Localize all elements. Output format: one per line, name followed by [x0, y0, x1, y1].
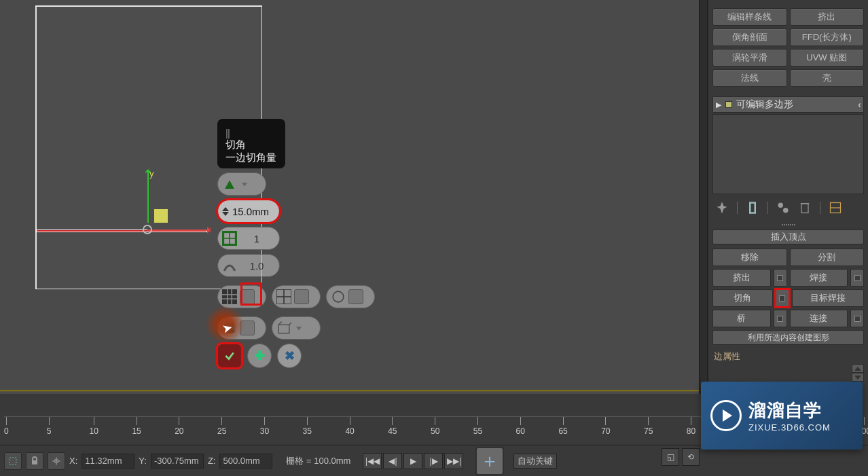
time-tick: 45	[388, 417, 397, 436]
watermark-text-cn: 溜溜自学	[748, 399, 831, 422]
option-seg-3[interactable]	[326, 285, 375, 308]
option-seg-5[interactable]	[272, 316, 321, 340]
remove-button[interactable]: 移除	[712, 249, 787, 266]
chamfer-settings-button[interactable]	[776, 289, 789, 307]
time-tick: 15	[132, 417, 141, 436]
modifier-quick-button[interactable]: 法线	[712, 69, 787, 87]
viewport-nav-icon[interactable]: ⟲	[682, 448, 700, 466]
svg-point-21	[783, 208, 789, 213]
modifier-quick-button[interactable]: 壳	[790, 69, 865, 87]
chamfer-button[interactable]: 切角	[712, 289, 773, 307]
svg-point-15	[224, 329, 235, 333]
modifier-quick-button[interactable]: FFD(长方体)	[790, 29, 865, 46]
set-key-button[interactable]: ＋	[475, 447, 504, 475]
extrude-button[interactable]: 挤出	[712, 269, 771, 287]
expand-caret-icon[interactable]: ▶	[716, 100, 721, 109]
watermark-play-icon	[710, 400, 742, 431]
x-label: X:	[69, 456, 77, 466]
play-button[interactable]: ▶	[403, 453, 422, 469]
weld-settings-button[interactable]	[850, 269, 864, 287]
modifier-stack-item[interactable]: ▶ 可编辑多边形 ‹	[712, 96, 864, 113]
z-label: Z:	[208, 456, 216, 466]
weld-button[interactable]: 焊接	[790, 269, 848, 287]
seg-off-icon	[240, 289, 255, 304]
time-tick: 75	[644, 417, 653, 436]
viewport-scrollbar[interactable]	[700, 0, 708, 394]
option-seg-2[interactable]	[272, 285, 321, 308]
time-tick: 20	[175, 417, 183, 436]
lock-icon[interactable]	[26, 452, 43, 470]
remove-modifier-icon[interactable]	[798, 201, 812, 215]
bridge-button[interactable]: 桥	[712, 310, 771, 327]
goto-start-button[interactable]: |◀◀	[363, 453, 382, 469]
modifier-quick-button[interactable]: 倒角剖面	[712, 29, 787, 46]
time-tick: 65	[558, 417, 567, 436]
prev-frame-button[interactable]: ◀|	[383, 453, 402, 469]
chamfer-amount-spinner[interactable]	[217, 200, 280, 223]
chamfer-segments-spinner[interactable]: 1	[217, 227, 280, 250]
grid-readout: 栅格 = 100.0mm	[286, 455, 350, 467]
apply-ok-button[interactable]	[217, 344, 242, 368]
svg-marker-0	[225, 181, 234, 189]
extrude-settings-button[interactable]	[774, 269, 787, 287]
split-button[interactable]: 分割	[790, 249, 865, 266]
grid2-icon	[276, 289, 291, 304]
axis-x[interactable]	[147, 230, 210, 231]
spinner-up-icon[interactable]	[222, 207, 229, 211]
time-tick: 30	[260, 417, 269, 436]
modifier-lamp-icon[interactable]	[725, 101, 732, 108]
goto-end-button[interactable]: ▶▶|	[444, 453, 463, 469]
modifier-quick-button[interactable]: 编辑样条线	[712, 8, 787, 26]
chamfer-type-pill[interactable]	[217, 172, 266, 196]
modifier-quick-button[interactable]: UVW 贴图	[790, 49, 865, 67]
maximize-viewport-icon[interactable]: ◱	[662, 448, 679, 466]
chamfer-tension-value: 1.0	[240, 260, 274, 272]
modifier-quick-button[interactable]: 涡轮平滑	[712, 49, 787, 67]
gizmo-origin[interactable]	[143, 225, 152, 234]
cancel-button[interactable]: ✖	[277, 344, 302, 368]
create-shape-button[interactable]: 利用所选内容创建图形	[712, 330, 864, 345]
modifier-quick-button[interactable]: 挤出	[790, 8, 865, 26]
svg-rect-19	[750, 203, 755, 213]
connect-settings-button[interactable]	[850, 310, 864, 327]
axis-y[interactable]	[147, 170, 149, 223]
pin-icon[interactable]	[715, 201, 729, 215]
tension-icon	[222, 258, 237, 273]
svg-rect-16	[278, 325, 289, 333]
watermark-text-url: ZIXUE.3D66.COM	[748, 422, 831, 433]
configure-icon[interactable]	[829, 201, 842, 215]
time-tick: 35	[303, 417, 312, 436]
svg-rect-4	[222, 289, 237, 304]
insert-vertex-button[interactable]: 插入顶点	[712, 230, 864, 244]
status-right-buttons: ◱ ⟲	[662, 448, 700, 466]
watermark: 溜溜自学 ZIXUE.3D66.COM	[701, 382, 863, 450]
spinner-down-icon[interactable]	[222, 212, 229, 216]
y-coordinate-field[interactable]: -300.75mm	[151, 454, 204, 469]
auto-key-button[interactable]: 自动关键	[513, 454, 557, 469]
modifier-stack-body[interactable]	[712, 114, 864, 194]
next-frame-button[interactable]: |▶	[424, 453, 443, 469]
svg-rect-22	[801, 204, 808, 213]
option-seg-4[interactable]	[217, 316, 266, 340]
option-seg-1[interactable]	[217, 285, 266, 308]
bridge-settings-button[interactable]	[774, 310, 787, 327]
svg-point-20	[778, 203, 784, 208]
apply-and-continue-button[interactable]: ✚	[247, 344, 272, 368]
show-end-result-icon[interactable]	[746, 201, 759, 215]
make-unique-icon[interactable]	[776, 201, 790, 215]
chevron-icon: ‹	[858, 99, 861, 110]
chamfer-amount-input[interactable]	[232, 206, 270, 217]
transform-type-in-icon[interactable]	[48, 452, 65, 470]
box-icon	[276, 321, 291, 335]
target-weld-button[interactable]: 目标焊接	[792, 289, 864, 307]
connect-button[interactable]: 连接	[790, 310, 848, 327]
caddy-title: || 切角 一边切角量	[217, 119, 285, 168]
rollout-grip[interactable]	[779, 224, 798, 227]
edge-prop-spinner[interactable]	[852, 364, 864, 382]
drag-handle-icon[interactable]: ||	[225, 127, 231, 139]
selection-bracket-icon[interactable]	[4, 452, 22, 470]
viewport[interactable]: y x || 切角 一边切角量	[0, 0, 700, 394]
z-coordinate-field[interactable]: 500.0mm	[219, 454, 272, 469]
x-coordinate-field[interactable]: 11.32mm	[82, 454, 134, 469]
xy-plane-handle[interactable]	[154, 209, 168, 223]
